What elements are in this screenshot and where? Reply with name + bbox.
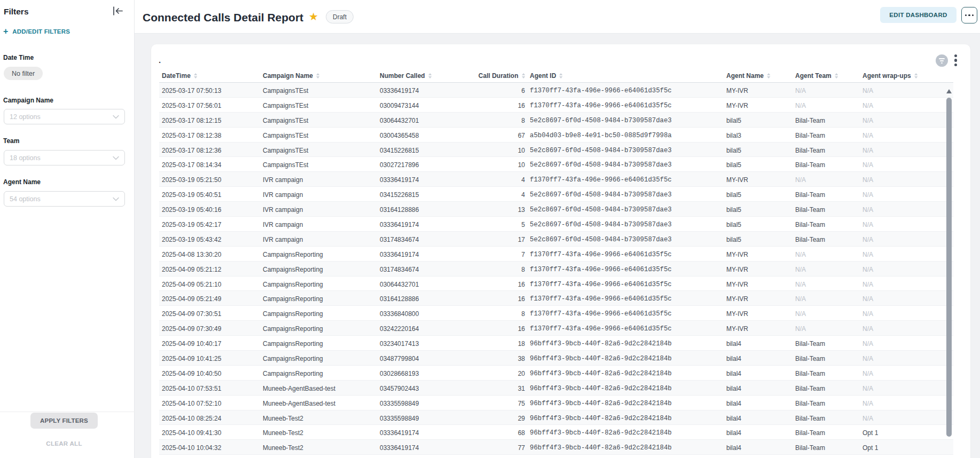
agent-name-select[interactable]: 54 options bbox=[4, 191, 125, 207]
cell: N/A bbox=[860, 277, 953, 291]
cell: N/A bbox=[860, 128, 953, 142]
column-header-datetime[interactable]: DateTime bbox=[159, 69, 260, 82]
table-scrollbar-thumb[interactable] bbox=[946, 98, 952, 437]
cell: 2025-03-19 05:43:42 bbox=[159, 232, 260, 246]
cell: 5e2c8697-6f0d-4508-9484-b7309587dae3 bbox=[527, 113, 724, 127]
status-badge: Draft bbox=[326, 10, 354, 23]
apply-filters-button[interactable]: APPLY FILTERS bbox=[30, 413, 98, 429]
column-header-agent-name[interactable]: Agent Name bbox=[724, 69, 793, 82]
cell: Bilal-Team bbox=[793, 381, 860, 395]
scrollbar-up-arrow[interactable] bbox=[946, 89, 952, 93]
cell: 10 bbox=[459, 143, 527, 157]
cell: 5e2c8697-6f0d-4508-9484-b7309587dae3 bbox=[527, 232, 724, 246]
cell: 2025-04-09 05:21:12 bbox=[159, 262, 260, 276]
cell: CampaignsReporting bbox=[260, 277, 377, 291]
cell: Bilal-Team bbox=[793, 396, 860, 410]
cell: Bilal-Team bbox=[793, 187, 860, 201]
cell: Bilal-Team bbox=[793, 157, 860, 171]
team-select[interactable]: 18 options bbox=[4, 150, 125, 165]
page-header: Connected Calls Detail Report ★ Draft ED… bbox=[135, 0, 980, 34]
collapse-sidebar-icon[interactable] bbox=[113, 6, 123, 15]
table-row: 2025-03-19 05:42:17IVR campaign033364191… bbox=[159, 217, 953, 232]
cell: 03336840800 bbox=[377, 306, 459, 320]
date-time-filter-chip[interactable]: No filter bbox=[4, 67, 43, 80]
widget-kebab-menu-icon[interactable] bbox=[954, 54, 958, 66]
cell: 10 bbox=[459, 157, 527, 171]
cell: 7 bbox=[459, 247, 527, 261]
table-row: 2025-04-09 10:40:50CampaignsReporting030… bbox=[159, 366, 953, 381]
cell: 29 bbox=[459, 410, 527, 425]
star-icon[interactable]: ★ bbox=[309, 10, 318, 23]
cell: MY-IVR bbox=[724, 172, 793, 186]
cell: bilal4 bbox=[724, 336, 793, 350]
plus-icon: + bbox=[3, 28, 8, 35]
cell: N/A bbox=[860, 157, 953, 171]
table-row: 2025-03-17 08:12:36CampaignsTEst03415226… bbox=[159, 143, 953, 157]
widget-filter-icon[interactable] bbox=[936, 54, 948, 67]
cell: 96bff4f3-9bcb-440f-82a6-9d2c2842184b bbox=[527, 351, 724, 365]
table-row: 2025-04-09 07:30:51CampaignsReporting033… bbox=[159, 306, 953, 321]
column-header-call-duration[interactable]: Call Duration bbox=[459, 69, 527, 82]
more-options-button[interactable] bbox=[961, 7, 977, 23]
cell: bilal5 bbox=[724, 232, 793, 246]
cell: 5e2c8697-6f0d-4508-9484-b7309587dae3 bbox=[527, 217, 724, 231]
cell: 96bff4f3-9bcb-440f-82a6-9d2c2842184b bbox=[527, 381, 724, 395]
cell: N/A bbox=[793, 98, 860, 112]
table-row: 2025-04-09 05:21:10CampaignsReporting030… bbox=[159, 277, 953, 291]
cell: N/A bbox=[860, 410, 953, 425]
cell: 2025-04-09 07:30:51 bbox=[159, 306, 260, 320]
cell: N/A bbox=[793, 321, 860, 335]
sort-icon bbox=[835, 73, 838, 78]
clear-all-button[interactable]: CLEAR ALL bbox=[0, 440, 128, 447]
cell: 2025-03-17 08:12:36 bbox=[159, 143, 260, 157]
cell: Bilal-Team bbox=[793, 425, 860, 439]
cell: N/A bbox=[860, 172, 953, 186]
cell: MY-IVR bbox=[724, 277, 793, 291]
cell: CampaignsTEst bbox=[260, 157, 377, 171]
widget-title: . bbox=[159, 56, 161, 64]
cell: 2025-04-09 05:21:10 bbox=[159, 277, 260, 291]
add-edit-filters-button[interactable]: + ADD/EDIT FILTERS bbox=[3, 28, 70, 35]
cell: 03174834674 bbox=[377, 262, 459, 276]
cell: f1370ff7-43fa-496e-9966-e64061d35f5c bbox=[527, 291, 724, 305]
cell: bilal4 bbox=[724, 410, 793, 425]
cell: 03415226815 bbox=[377, 187, 459, 201]
cell: N/A bbox=[860, 143, 953, 157]
cell: 8 bbox=[459, 262, 527, 276]
table-row: 2025-04-09 07:30:49CampaignsReporting032… bbox=[159, 321, 953, 336]
cell: 2025-04-09 05:21:49 bbox=[159, 291, 260, 305]
column-header-number-called[interactable]: Number Called bbox=[377, 69, 459, 82]
cell: IVR campaign bbox=[260, 187, 377, 201]
cell: IVR campaign bbox=[260, 217, 377, 231]
table-row: 2025-03-19 05:40:51IVR campaign034152268… bbox=[159, 187, 953, 202]
campaign-name-select[interactable]: 12 options bbox=[4, 109, 125, 124]
cell: 03164128886 bbox=[377, 291, 459, 305]
column-header-agent-team[interactable]: Agent Team bbox=[793, 69, 860, 82]
cell: Bilal-Team bbox=[793, 232, 860, 246]
cell: CampaignsTEst bbox=[260, 98, 377, 112]
cell: N/A bbox=[860, 306, 953, 320]
column-header-agent-id[interactable]: Agent ID bbox=[527, 69, 724, 82]
cell: bilal4 bbox=[724, 381, 793, 395]
cell: 16 bbox=[459, 98, 527, 112]
cell: f1370ff7-43fa-496e-9966-e64061d35f5c bbox=[527, 172, 724, 186]
table-row: 2025-04-10 07:53:51Muneeb-AgentBased-tes… bbox=[159, 381, 953, 396]
cell: bilal5 bbox=[724, 143, 793, 157]
edit-dashboard-button[interactable]: EDIT DASHBOARD bbox=[880, 7, 957, 23]
cell: N/A bbox=[793, 247, 860, 261]
cell: Muneeb-Test2 bbox=[260, 410, 377, 425]
cell: N/A bbox=[860, 291, 953, 305]
table-row: 2025-03-19 05:43:42IVR campaign031748346… bbox=[159, 232, 953, 247]
cell: 4 bbox=[459, 187, 527, 201]
table-row: 2025-04-09 10:40:17CampaignsReporting032… bbox=[159, 336, 953, 351]
table-row: 2025-03-17 07:50:13CampaignsTEst03336419… bbox=[159, 83, 953, 98]
cell: N/A bbox=[860, 187, 953, 201]
cell: 67 bbox=[459, 128, 527, 142]
cell: 96bff4f3-9bcb-440f-82a6-9d2c2842184b bbox=[527, 410, 724, 425]
cell: 03004365458 bbox=[377, 128, 459, 142]
table-row: 2025-04-10 08:25:24Muneeb-Test2033355988… bbox=[159, 410, 953, 425]
cell: Bilal-Team bbox=[793, 440, 860, 454]
column-header-agent-wrap-ups[interactable]: Agent wrap-ups bbox=[860, 69, 953, 82]
column-header-campaign-name[interactable]: Campaign Name bbox=[260, 69, 377, 82]
report-widget-card: . DateTimeCampaign NameNumber CalledCall… bbox=[151, 44, 970, 458]
